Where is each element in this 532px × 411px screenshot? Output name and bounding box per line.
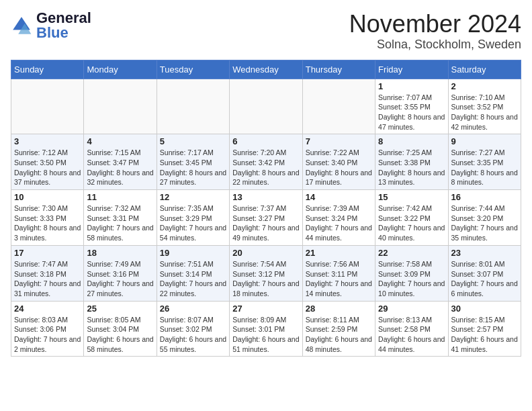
logo-icon [11,15,32,36]
day-number: 3 [14,136,81,146]
header-saturday: Saturday [448,60,521,79]
calendar-cell: 6Sunrise: 7:20 AM Sunset: 3:42 PM Daylig… [230,134,302,190]
calendar-cell: 15Sunrise: 7:42 AM Sunset: 3:22 PM Dayli… [375,190,448,246]
day-detail: Sunrise: 7:27 AM Sunset: 3:35 PM Dayligh… [451,148,518,187]
day-detail: Sunrise: 7:30 AM Sunset: 3:33 PM Dayligh… [14,203,81,243]
day-number: 9 [451,136,518,146]
calendar-week-row: 3Sunrise: 7:12 AM Sunset: 3:50 PM Daylig… [11,134,521,190]
day-detail: Sunrise: 7:47 AM Sunset: 3:18 PM Dayligh… [14,259,81,299]
day-number: 17 [14,248,81,258]
day-number: 7 [306,136,372,146]
day-number: 4 [87,136,153,146]
location-title: Solna, Stockholm, Sweden [349,38,521,52]
day-detail: Sunrise: 7:32 AM Sunset: 3:31 PM Dayligh… [87,203,153,243]
header-thursday: Thursday [302,60,375,79]
day-detail: Sunrise: 7:58 AM Sunset: 3:09 PM Dayligh… [378,259,445,299]
day-number: 23 [451,248,518,258]
calendar-cell [230,79,302,134]
day-detail: Sunrise: 7:20 AM Sunset: 3:42 PM Dayligh… [232,148,299,187]
day-detail: Sunrise: 7:51 AM Sunset: 3:14 PM Dayligh… [160,259,226,299]
calendar-cell: 18Sunrise: 7:49 AM Sunset: 3:16 PM Dayli… [84,245,157,301]
calendar-cell: 23Sunrise: 8:01 AM Sunset: 3:07 PM Dayli… [448,245,521,301]
day-number: 20 [232,248,299,258]
calendar-cell: 5Sunrise: 7:17 AM Sunset: 3:45 PM Daylig… [157,134,229,190]
day-detail: Sunrise: 8:11 AM Sunset: 2:59 PM Dayligh… [306,315,372,355]
calendar-cell: 17Sunrise: 7:47 AM Sunset: 3:18 PM Dayli… [11,245,84,301]
day-detail: Sunrise: 7:39 AM Sunset: 3:24 PM Dayligh… [306,203,372,243]
header-wednesday: Wednesday [230,60,302,79]
day-detail: Sunrise: 7:56 AM Sunset: 3:11 PM Dayligh… [306,259,372,299]
day-number: 24 [14,304,81,314]
calendar-cell: 28Sunrise: 8:11 AM Sunset: 2:59 PM Dayli… [302,301,375,357]
calendar-cell: 19Sunrise: 7:51 AM Sunset: 3:14 PM Dayli… [157,245,229,301]
day-number: 1 [378,81,445,91]
day-detail: Sunrise: 8:05 AM Sunset: 3:04 PM Dayligh… [87,315,153,355]
day-number: 14 [306,192,372,202]
day-number: 15 [378,192,445,202]
calendar-cell: 21Sunrise: 7:56 AM Sunset: 3:11 PM Dayli… [302,245,375,301]
calendar-cell: 13Sunrise: 7:37 AM Sunset: 3:27 PM Dayli… [230,190,302,246]
calendar-cell: 20Sunrise: 7:54 AM Sunset: 3:12 PM Dayli… [230,245,302,301]
calendar-cell: 4Sunrise: 7:15 AM Sunset: 3:47 PM Daylig… [84,134,157,190]
calendar-cell: 2Sunrise: 7:10 AM Sunset: 3:52 PM Daylig… [448,79,521,134]
day-number: 29 [378,304,445,314]
calendar-cell: 10Sunrise: 7:30 AM Sunset: 3:33 PM Dayli… [11,190,84,246]
header-tuesday: Tuesday [157,60,229,79]
day-detail: Sunrise: 8:01 AM Sunset: 3:07 PM Dayligh… [451,259,518,299]
day-number: 5 [160,136,226,146]
header-sunday: Sunday [11,60,84,79]
calendar-cell: 7Sunrise: 7:22 AM Sunset: 3:40 PM Daylig… [302,134,375,190]
day-number: 18 [87,248,153,258]
day-detail: Sunrise: 7:12 AM Sunset: 3:50 PM Dayligh… [14,148,81,187]
calendar-cell: 29Sunrise: 8:13 AM Sunset: 2:58 PM Dayli… [375,301,448,357]
day-detail: Sunrise: 7:44 AM Sunset: 3:20 PM Dayligh… [451,203,518,243]
day-number: 12 [160,192,226,202]
day-number: 6 [232,136,299,146]
header-friday: Friday [375,60,448,79]
day-number: 27 [232,304,299,314]
title-area: November 2024 Solna, Stockholm, Sweden [349,11,521,52]
month-title: November 2024 [349,11,521,38]
day-number: 30 [451,304,518,314]
calendar-cell: 16Sunrise: 7:44 AM Sunset: 3:20 PM Dayli… [448,190,521,246]
calendar-cell [157,79,229,134]
calendar-cell: 11Sunrise: 7:32 AM Sunset: 3:31 PM Dayli… [84,190,157,246]
day-detail: Sunrise: 7:49 AM Sunset: 3:16 PM Dayligh… [87,259,153,299]
day-number: 16 [451,192,518,202]
day-detail: Sunrise: 7:15 AM Sunset: 3:47 PM Dayligh… [87,148,153,187]
day-number: 10 [14,192,81,202]
day-number: 25 [87,304,153,314]
calendar-cell: 9Sunrise: 7:27 AM Sunset: 3:35 PM Daylig… [448,134,521,190]
calendar-cell: 26Sunrise: 8:07 AM Sunset: 3:02 PM Dayli… [157,301,229,357]
header: General Blue November 2024 Solna, Stockh… [11,11,521,52]
calendar-cell [84,79,157,134]
day-detail: Sunrise: 8:09 AM Sunset: 3:01 PM Dayligh… [232,315,299,355]
day-detail: Sunrise: 8:13 AM Sunset: 2:58 PM Dayligh… [378,315,445,355]
day-detail: Sunrise: 7:54 AM Sunset: 3:12 PM Dayligh… [232,259,299,299]
calendar-week-row: 24Sunrise: 8:03 AM Sunset: 3:06 PM Dayli… [11,301,521,357]
header-monday: Monday [84,60,157,79]
day-detail: Sunrise: 7:10 AM Sunset: 3:52 PM Dayligh… [451,93,518,132]
calendar-cell: 12Sunrise: 7:35 AM Sunset: 3:29 PM Dayli… [157,190,229,246]
day-detail: Sunrise: 8:15 AM Sunset: 2:57 PM Dayligh… [451,315,518,355]
day-detail: Sunrise: 7:17 AM Sunset: 3:45 PM Dayligh… [160,148,226,187]
calendar-cell: 14Sunrise: 7:39 AM Sunset: 3:24 PM Dayli… [302,190,375,246]
day-number: 19 [160,248,226,258]
day-number: 2 [451,81,518,91]
svg-marker-0 [13,17,30,30]
calendar-week-row: 17Sunrise: 7:47 AM Sunset: 3:18 PM Dayli… [11,245,521,301]
day-detail: Sunrise: 7:35 AM Sunset: 3:29 PM Dayligh… [160,203,226,243]
day-number: 26 [160,304,226,314]
day-detail: Sunrise: 7:42 AM Sunset: 3:22 PM Dayligh… [378,203,445,243]
calendar-cell: 30Sunrise: 8:15 AM Sunset: 2:57 PM Dayli… [448,301,521,357]
calendar-cell: 27Sunrise: 8:09 AM Sunset: 3:01 PM Dayli… [230,301,302,357]
day-detail: Sunrise: 8:07 AM Sunset: 3:02 PM Dayligh… [160,315,226,355]
calendar-cell: 24Sunrise: 8:03 AM Sunset: 3:06 PM Dayli… [11,301,84,357]
calendar-cell: 22Sunrise: 7:58 AM Sunset: 3:09 PM Dayli… [375,245,448,301]
day-detail: Sunrise: 8:03 AM Sunset: 3:06 PM Dayligh… [14,315,81,355]
day-detail: Sunrise: 7:07 AM Sunset: 3:55 PM Dayligh… [378,93,445,132]
day-number: 21 [306,248,372,258]
calendar-week-row: 1Sunrise: 7:07 AM Sunset: 3:55 PM Daylig… [11,79,521,134]
calendar-cell [302,79,375,134]
calendar-cell: 3Sunrise: 7:12 AM Sunset: 3:50 PM Daylig… [11,134,84,190]
